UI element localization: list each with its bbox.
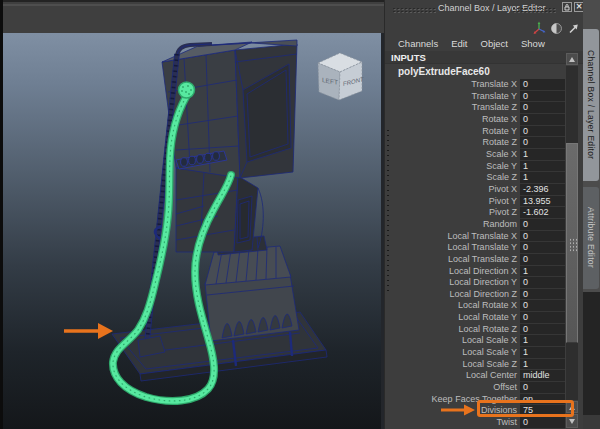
channel-value-field[interactable]: 0 — [520, 102, 565, 114]
menu-channels[interactable]: Channels — [398, 38, 438, 49]
channel-row: Local Translate Y0 — [385, 242, 566, 254]
channel-label: Translate Z — [385, 102, 520, 114]
channel-label: Local Rotate Z — [385, 324, 520, 336]
channel-value-field[interactable]: 1 — [520, 347, 565, 359]
channel-row: Scale Y1 — [385, 161, 566, 173]
channel-value-field[interactable]: 0 — [520, 91, 565, 103]
channel-value-field[interactable]: 0 — [520, 114, 565, 126]
channel-value-field[interactable]: 0 — [520, 79, 565, 91]
panel-menubar: Channels Edit Object Show — [385, 36, 584, 51]
channel-value-field[interactable]: 1 — [520, 335, 565, 347]
channel-label: Scale Y — [385, 161, 520, 173]
move-axis-icon[interactable] — [532, 21, 546, 35]
menu-object[interactable]: Object — [481, 38, 508, 49]
scroll-up-icon[interactable] — [566, 53, 578, 65]
channel-value-field[interactable]: 0 — [520, 324, 565, 336]
scrollbar-thumb[interactable] — [566, 143, 578, 343]
channel-value-field[interactable]: 1 — [520, 149, 565, 161]
channel-row: Rotate Y0 — [385, 126, 566, 138]
channel-label: Rotate Z — [385, 137, 520, 149]
channel-value-field[interactable]: middle — [520, 370, 565, 382]
divisions-arrow-icon — [440, 403, 476, 417]
menu-edit[interactable]: Edit — [451, 38, 467, 49]
channel-value-field[interactable]: 0 — [520, 289, 565, 301]
channel-row: Local Scale Z1 — [385, 359, 566, 371]
channel-value-field[interactable]: 1 — [520, 266, 565, 278]
channel-value-field[interactable]: 0 — [520, 417, 565, 429]
channel-value-field[interactable]: -1.602 — [520, 207, 565, 219]
channel-value-field[interactable]: 0 — [520, 126, 565, 138]
channel-value-field[interactable]: 0 — [520, 231, 565, 243]
channel-label: Random — [385, 219, 520, 231]
channel-value-field[interactable]: 1 — [520, 161, 565, 173]
channel-label: Twist — [385, 417, 520, 429]
viewport-top-edge — [0, 0, 384, 2]
channel-value-field[interactable]: 0 — [520, 254, 565, 266]
maya-window: LEFT FRONT Channel Box / Layer Editor ✕ — [0, 0, 600, 429]
channel-row: Local Direction Y0 — [385, 277, 566, 289]
channel-value-field[interactable]: 1 — [520, 359, 565, 371]
viewport-3d[interactable]: LEFT FRONT — [0, 0, 384, 429]
titlebar-texture — [512, 7, 556, 13]
tab-attribute-editor[interactable]: Attribute Editor — [583, 187, 599, 289]
channel-value-field[interactable]: 0 — [520, 137, 565, 149]
view-cube[interactable]: LEFT FRONT — [318, 53, 364, 100]
viewport-canvas[interactable]: LEFT FRONT — [0, 0, 384, 429]
channel-value-field[interactable]: -2.396 — [520, 184, 565, 196]
scrollbar-grip — [569, 238, 577, 252]
channel-row: Local Direction X1 — [385, 266, 566, 278]
channel-value-field[interactable]: 0 — [520, 242, 565, 254]
channel-row: Local Rotate Z0 — [385, 324, 566, 336]
channel-label: Translate Y — [385, 91, 520, 103]
channel-row: Pivot Z-1.602 — [385, 207, 566, 219]
channel-label: Local Scale Y — [385, 347, 520, 359]
channel-value-field[interactable]: 0 — [520, 382, 565, 394]
channel-row: Local Scale X1 — [385, 335, 566, 347]
viewport-top-bar — [0, 2, 384, 33]
tabstrip-footer — [583, 415, 600, 429]
titlebar-texture — [392, 7, 436, 13]
channel-value-field[interactable]: 0 — [520, 219, 565, 231]
channel-row: Scale X1 — [385, 149, 566, 161]
channel-label: Scale Z — [385, 172, 520, 184]
menu-show[interactable]: Show — [521, 38, 545, 49]
channel-row: Translate Y0 — [385, 91, 566, 103]
channel-row: Local Rotate Y0 — [385, 312, 566, 324]
channel-label: Local Scale X — [385, 335, 520, 347]
channel-row: Offset0 — [385, 382, 566, 394]
channel-row: Pivot Y13.955 — [385, 196, 566, 208]
panel-titlebar[interactable]: Channel Box / Layer Editor ✕ — [385, 0, 584, 20]
channel-label: Local Rotate Y — [385, 312, 520, 324]
half-sphere-icon[interactable] — [550, 22, 563, 35]
channel-value-field[interactable]: 0 — [520, 277, 565, 289]
channel-label: Local Scale Z — [385, 359, 520, 371]
channel-row: Translate X0 — [385, 79, 566, 91]
channel-row: Twist0 — [385, 417, 566, 429]
channel-label: Local Direction X — [385, 266, 520, 278]
node-name[interactable]: polyExtrudeFace60 — [385, 64, 584, 79]
channel-row: Rotate Z0 — [385, 137, 566, 149]
channel-label: Translate X — [385, 79, 520, 91]
channel-label: Scale X — [385, 149, 520, 161]
channel-value-field[interactable]: 0 — [520, 312, 565, 324]
channel-value-field[interactable]: 13.955 — [520, 196, 565, 208]
tab-channel-box-layer-editor[interactable]: Channel Box / Layer Editor — [583, 29, 599, 181]
viewport-left-border — [0, 0, 3, 429]
channel-row: Local Translate X0 — [385, 231, 566, 243]
channel-value-field[interactable]: 0 — [520, 300, 565, 312]
pin-icon[interactable] — [562, 2, 572, 12]
channel-label: Local Translate Z — [385, 254, 520, 266]
channel-label: Local Translate Y — [385, 242, 520, 254]
channel-value-field[interactable]: 1 — [520, 172, 565, 184]
tabstrip-lower — [583, 292, 600, 429]
channel-row: Random0 — [385, 219, 566, 231]
channel-label: Local Rotate X — [385, 300, 520, 312]
channel-label: Pivot X — [385, 184, 520, 196]
cable-knob[interactable] — [179, 82, 195, 98]
channel-row: Rotate X0 — [385, 114, 566, 126]
editor-tabstrip: Channel Box / Layer Editor Attribute Edi… — [583, 0, 600, 429]
channel-label: Rotate X — [385, 114, 520, 126]
inputs-header: INPUTS — [385, 51, 584, 64]
arrow-icon[interactable] — [567, 22, 580, 35]
channel-label: Pivot Z — [385, 207, 520, 219]
